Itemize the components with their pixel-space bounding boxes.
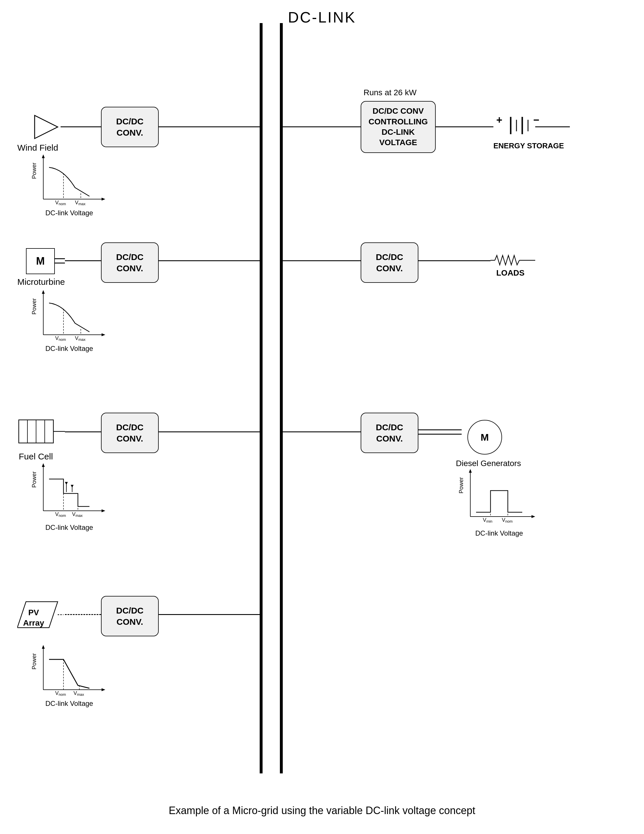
wire-conv2-to-storage	[436, 126, 493, 127]
svg-text:Power: Power	[459, 477, 464, 493]
conv7-box: DC/DCCONV.	[101, 596, 159, 636]
fuel-cell-symbol	[17, 419, 66, 451]
wire-conv1-to-bus	[159, 126, 260, 127]
conv2-box: DC/DC CONVCONTROLLINGDC-LINKVOLTAGE	[361, 101, 436, 153]
mt-droop-graph: Vnom Vmax Power DC-link Voltage	[32, 289, 107, 352]
svg-marker-0	[35, 115, 58, 139]
svg-marker-57	[102, 688, 105, 691]
wire-conv6-to-dg2	[418, 434, 462, 435]
caption: Example of a Micro-grid using the variab…	[91, 805, 553, 817]
svg-marker-56	[42, 645, 45, 649]
conv1-box: DC/DCCONV.	[101, 107, 159, 147]
mt-wire1	[55, 258, 65, 259]
svg-text:Vnom: Vnom	[55, 200, 66, 206]
svg-marker-18	[42, 290, 45, 294]
svg-text:Power: Power	[32, 471, 37, 488]
svg-marker-45	[469, 469, 472, 473]
svg-text:Vmax: Vmax	[72, 511, 83, 518]
pv-array-symbol: PVArray	[17, 600, 63, 633]
conv6-label: DC/DCCONV.	[376, 422, 404, 444]
loads-label: LOADS	[496, 268, 525, 278]
minus-sign: −	[533, 114, 539, 126]
svg-marker-7	[42, 154, 45, 158]
wire-fc-to-conv5	[65, 432, 101, 432]
wind-field-label: Wind Field	[17, 143, 58, 153]
svg-marker-32	[42, 463, 45, 467]
dg-droop-graph: Vmin Vnom Power DC-link Voltage	[459, 467, 539, 537]
svg-text:Vmin: Vmin	[483, 517, 492, 524]
wire-mt-to-conv3	[65, 260, 101, 261]
svg-text:Power: Power	[32, 162, 37, 179]
conv7-label: DC/DCCONV.	[116, 605, 144, 627]
svg-text:Vmax: Vmax	[75, 335, 86, 342]
wind-turbine-symbol	[32, 113, 61, 142]
conv5-box: DC/DCCONV.	[101, 413, 159, 453]
wire-bus-to-conv6	[283, 432, 361, 432]
battery-symbol	[508, 115, 531, 140]
loads-resistor	[491, 254, 537, 270]
conv2-label: DC/DC CONVCONTROLLINGDC-LINKVOLTAGE	[368, 106, 428, 148]
svg-marker-8	[102, 198, 105, 200]
svg-text:Power: Power	[32, 298, 37, 315]
microturbine-motor: M	[26, 248, 55, 274]
wire-conv7-to-bus	[159, 614, 260, 615]
wire-conv4-to-loads	[418, 260, 491, 261]
fc-droop-graph: Vnom Vmax Power DC-link Voltage	[32, 462, 107, 532]
wire-storage-right	[535, 126, 570, 127]
wind-droop-graph: Vnom Vmax Power DC-link Voltage	[32, 153, 107, 217]
diesel-gen-motor: M	[467, 420, 502, 454]
pv-droop-graph: Vnom Vmax Power DC-link Voltage	[32, 643, 107, 708]
diesel-gen-label: Diesel Generators	[456, 459, 521, 468]
wire-conv5-to-bus	[159, 432, 260, 432]
svg-text:Vnom: Vnom	[55, 690, 66, 697]
dc-bus-left	[260, 23, 263, 773]
microturbine-label: Microturbine	[17, 277, 65, 287]
svg-text:Vmax: Vmax	[75, 200, 86, 206]
conv6-box: DC/DCCONV.	[361, 413, 418, 453]
conv3-label: DC/DCCONV.	[116, 251, 144, 274]
svg-marker-33	[102, 509, 105, 512]
plus-sign: +	[496, 114, 502, 126]
wire-pv-to-conv7	[65, 614, 101, 615]
conv1-label: DC/DCCONV.	[116, 116, 144, 138]
svg-text:Vmax: Vmax	[74, 690, 84, 697]
svg-marker-46	[531, 515, 535, 518]
wire-bus-to-conv4	[283, 260, 361, 261]
conv3-box: DC/DCCONV.	[101, 242, 159, 283]
wire-conv3-to-bus	[159, 260, 260, 261]
wire-bus-to-conv2	[283, 126, 361, 127]
energy-storage-label: ENERGY STORAGE	[493, 141, 564, 150]
dc-bus-right	[280, 23, 283, 773]
dc-link-title: DC-LINK	[288, 9, 356, 26]
svg-text:Vnom: Vnom	[55, 511, 66, 518]
fuel-cell-label: Fuel Cell	[19, 452, 53, 461]
wire-wind-to-conv1	[61, 126, 101, 127]
mt-wire2	[55, 263, 65, 263]
svg-text:Vnom: Vnom	[55, 335, 66, 342]
runs-at-label: Runs at 26 kW	[363, 88, 416, 97]
main-diagram: DC-LINK Wind Field DC/DCCONV. DC/DC CONV…	[0, 0, 644, 834]
conv5-label: DC/DCCONV.	[116, 422, 144, 444]
svg-marker-19	[102, 333, 105, 336]
conv4-box: DC/DCCONV.	[361, 242, 418, 283]
svg-text:Vnom: Vnom	[502, 517, 512, 524]
conv4-label: DC/DCCONV.	[376, 251, 404, 274]
pv-label-inner: PVArray	[23, 608, 44, 629]
svg-text:Power: Power	[32, 653, 37, 669]
wire-conv6-to-dg1	[418, 429, 462, 430]
